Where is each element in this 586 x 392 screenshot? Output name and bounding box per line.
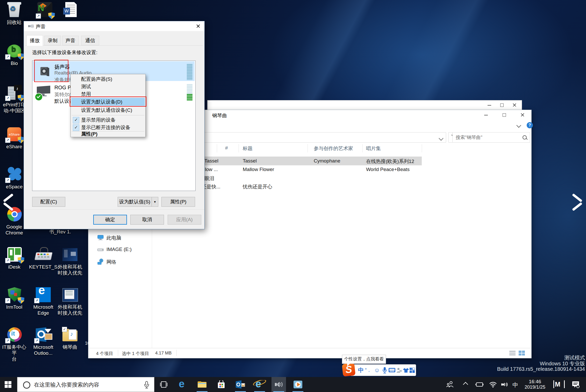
minimize-button[interactable]	[482, 112, 490, 118]
icon-label-line1: Microsoft	[29, 344, 58, 350]
desktop-icon-word-doc[interactable]: W	[62, 2, 80, 19]
tab-recording[interactable]: 录制	[44, 36, 61, 45]
taskbar-search[interactable]	[17, 377, 154, 392]
taskbar-outlook-icon[interactable]	[233, 377, 248, 392]
selected-checkbox[interactable]: ✓	[62, 327, 67, 332]
taskbar-store-icon[interactable]	[214, 377, 228, 392]
tray-clock[interactable]: 16:46 2019/1/25	[521, 377, 549, 392]
desktop-icon-idesk[interactable]: ↗ iDesk	[0, 247, 28, 270]
desktop-icon-microsoft-edge[interactable]: e ↗ Microsoft Edge	[29, 287, 58, 316]
start-button[interactable]	[0, 377, 15, 392]
status-bar: 4 个项目 选中 1 个项目 4.17 MB	[88, 348, 531, 358]
apply-button[interactable]: 应用(A)	[168, 215, 201, 225]
tray-battery-icon[interactable]	[473, 377, 486, 392]
music-folder-icon: ♪ ✓	[62, 327, 78, 343]
minimize-button[interactable]	[485, 102, 494, 108]
menu-item-disable[interactable]: 禁用	[71, 90, 145, 98]
action-center-icon[interactable]	[569, 377, 583, 392]
tab-sounds[interactable]: 声音	[62, 36, 79, 45]
icon-label: 钢琴曲	[56, 344, 84, 350]
taskbar-file-explorer-icon[interactable]	[195, 377, 209, 392]
desktop-icon-outlook[interactable]: ↗ Microsoft Outloo...	[29, 327, 58, 356]
dialog-titlebar[interactable]: 声音	[24, 21, 204, 31]
nx-cube-icon: N ↗	[37, 2, 53, 18]
tab-playback[interactable]: 播放	[26, 35, 43, 46]
tray-ink-workspace-icon[interactable]: M	[550, 377, 565, 392]
speaker-icon	[28, 24, 34, 30]
menu-item-show-disabled-devices[interactable]: ✓ 显示禁用的设备	[71, 116, 145, 124]
desktop-icon-irmtool[interactable]: ↗ IrmTool	[0, 287, 28, 310]
account-icon[interactable]	[396, 365, 403, 376]
tray-ime-indicator[interactable]: 中	[509, 377, 521, 392]
search-box[interactable]	[452, 132, 530, 143]
ok-button[interactable]: 确定	[93, 215, 127, 225]
tab-communications[interactable]: 通信	[81, 36, 99, 45]
properties-button[interactable]: 属性(P)	[161, 197, 195, 207]
microphone-icon[interactable]	[144, 381, 149, 390]
voice-input-icon[interactable]	[381, 365, 388, 376]
sidebar-item-network[interactable]: 网络	[106, 259, 116, 265]
close-button[interactable]	[194, 23, 202, 29]
punctuation-toggle[interactable]: °，	[365, 365, 372, 376]
ime-mode-chinese[interactable]: 中	[357, 365, 365, 376]
screen-edge-left-chevron[interactable]	[3, 194, 11, 212]
menu-item-show-disconnected-devices[interactable]: ✓ 显示已断开连接的设备	[71, 124, 145, 131]
taskbar-sound-icon-active[interactable]	[271, 377, 286, 392]
menu-item-properties[interactable]: 属性(P)	[71, 132, 145, 136]
bio-icon: b ↗	[6, 43, 22, 59]
maximize-button[interactable]	[500, 112, 509, 118]
icon-label: iDesk	[0, 264, 28, 270]
taskbar-search-input[interactable]	[33, 380, 133, 389]
column-header-album[interactable]: 唱片集	[366, 145, 381, 152]
help-button[interactable]: ?	[527, 122, 533, 128]
menu-item-configure-speakers[interactable]: 配置扬声器(S)	[71, 75, 145, 83]
configure-button[interactable]: 配置(C)	[32, 197, 65, 207]
keyboard-icon[interactable]	[388, 365, 396, 376]
close-button[interactable]	[510, 102, 519, 108]
cancel-button[interactable]: 取消	[130, 215, 164, 225]
checkmark-icon: ✓	[73, 124, 79, 131]
icon-label-line2: 台	[0, 356, 28, 362]
background-window-titlebar[interactable]	[207, 100, 522, 110]
desktop-icon-headset-note-2[interactable]: 外接和耳机 时接入优先	[56, 287, 84, 316]
desktop-icon-book[interactable]: 书_Rev 1.	[46, 229, 74, 235]
set-default-button[interactable]: 设为默认值(S)	[118, 197, 152, 207]
menu-item-set-default-device[interactable]: 设置为默认设备(D)	[71, 98, 145, 106]
screen-edge-right-chevron[interactable]	[574, 194, 583, 212]
desktop-icon-keytest[interactable]: KEYTEST_S...	[29, 247, 58, 270]
task-view-button[interactable]	[156, 377, 171, 392]
tray-wifi-icon[interactable]	[487, 377, 499, 392]
details-view-button[interactable]	[509, 350, 516, 356]
maximize-button[interactable]	[497, 102, 506, 108]
tray-people-icon[interactable]	[444, 377, 456, 392]
sidebar-item-this-pc[interactable]: 此电脑	[106, 235, 121, 241]
toolbox-grid-icon[interactable]	[409, 365, 416, 376]
search-input[interactable]	[455, 134, 518, 141]
menu-item-test[interactable]: 测试	[71, 83, 145, 90]
set-default-dropdown-button[interactable]: ▼	[152, 197, 158, 207]
search-icon[interactable]	[523, 135, 527, 139]
it-center-icon: it ↗	[6, 327, 22, 343]
desktop-icon-nx[interactable]: N ↗	[36, 2, 54, 19]
address-dropdown-chevron-icon[interactable]	[439, 136, 443, 141]
thumbnail-view-button[interactable]	[518, 350, 525, 356]
column-header-title[interactable]: 标题	[243, 145, 253, 152]
taskbar-edge-icon[interactable]: e	[176, 377, 190, 392]
column-header-artist[interactable]: 参与创作的艺术家	[314, 145, 353, 152]
close-button[interactable]	[518, 112, 527, 118]
checkmark-icon: ✓	[73, 117, 79, 123]
emoji-button[interactable]: ☺	[373, 365, 381, 376]
desktop-icon-piano-folder[interactable]: ♪ ✓ 钢琴曲	[56, 327, 84, 350]
sidebar-item-drive-e[interactable]: IMAGE (E:)	[106, 247, 132, 252]
ribbon-expand-chevron-icon[interactable]	[517, 123, 520, 128]
default-device-check-icon	[35, 93, 43, 101]
desktop-icon-headset-note-1[interactable]: 外接和耳机 时接入优先	[56, 247, 84, 276]
taskbar-media-player-icon[interactable]	[291, 377, 305, 392]
column-header-number[interactable]: #	[225, 145, 228, 151]
desktop-icon-it-center[interactable]: it ↗ IT服务中心平 台	[0, 327, 28, 362]
menu-item-set-default-comm-device[interactable]: 设置为默认通信设备(C)	[71, 106, 145, 114]
taskbar-internet-explorer-icon[interactable]: e	[252, 377, 267, 392]
irmtool-icon: ↗	[6, 287, 22, 303]
tray-show-hidden-icons-chevron[interactable]	[460, 377, 473, 392]
sogou-tooltip-tail	[347, 363, 350, 366]
